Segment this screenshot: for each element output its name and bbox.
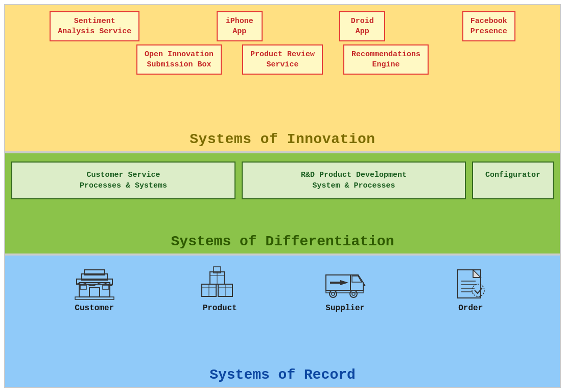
- differentiation-layer: Customer ServiceProcesses & Systems R&D …: [4, 152, 561, 255]
- svg-rect-5: [75, 297, 114, 299]
- svg-rect-26: [330, 282, 340, 284]
- record-layer: Customer: [4, 255, 561, 388]
- card-iphone: iPhoneApp: [217, 11, 263, 41]
- svg-point-34: [472, 284, 484, 296]
- svg-point-21: [329, 290, 337, 297]
- svg-rect-4: [103, 285, 109, 289]
- customer-label: Customer: [75, 304, 114, 313]
- differentiation-cards: Customer ServiceProcesses & Systems R&D …: [11, 162, 554, 199]
- svg-point-23: [350, 290, 357, 297]
- card-product-review: Product ReviewService: [242, 44, 323, 75]
- product-label: Product: [203, 304, 237, 313]
- innovation-label: Systems of Innovation: [5, 131, 560, 147]
- differentiation-label: Systems of Differentiation: [5, 234, 560, 249]
- truck-icon: [325, 265, 366, 301]
- record-item-order: Order: [450, 265, 491, 313]
- svg-marker-25: [340, 280, 348, 285]
- card-droid: DroidApp: [339, 11, 385, 41]
- card-customer-service: Customer ServiceProcesses & Systems: [11, 162, 236, 199]
- record-item-supplier: Supplier: [325, 265, 366, 313]
- card-sentiment: SentimentAnalysis Service: [50, 11, 139, 41]
- svg-rect-3: [80, 285, 86, 289]
- record-icons: Customer: [11, 265, 554, 313]
- clipboard-icon: [450, 265, 491, 301]
- store-icon: [74, 265, 115, 301]
- svg-marker-19: [364, 283, 366, 286]
- card-facebook: FacebookPresence: [462, 11, 515, 41]
- record-item-product: Product: [199, 265, 240, 313]
- record-item-customer: Customer: [74, 265, 115, 313]
- card-open-innovation: Open InnovationSubmission Box: [136, 44, 222, 75]
- supplier-label: Supplier: [325, 304, 365, 313]
- innovation-layer: SentimentAnalysis Service iPhoneApp Droi…: [4, 4, 561, 152]
- diagram: SentimentAnalysis Service iPhoneApp Droi…: [0, 0, 565, 392]
- innovation-mid-cards: Open InnovationSubmission Box Product Re…: [11, 44, 554, 75]
- card-recommendations: RecommendationsEngine: [343, 44, 429, 75]
- svg-rect-2: [89, 288, 100, 297]
- boxes-icon: [199, 265, 240, 301]
- svg-rect-0: [79, 283, 110, 297]
- card-rd-product: R&D Product DevelopmentSystem & Processe…: [242, 162, 466, 199]
- order-label: Order: [458, 304, 483, 313]
- record-label: Systems of Record: [5, 367, 560, 383]
- card-configurator: Configurator: [472, 162, 554, 199]
- innovation-top-cards: SentimentAnalysis Service iPhoneApp Droi…: [11, 11, 554, 41]
